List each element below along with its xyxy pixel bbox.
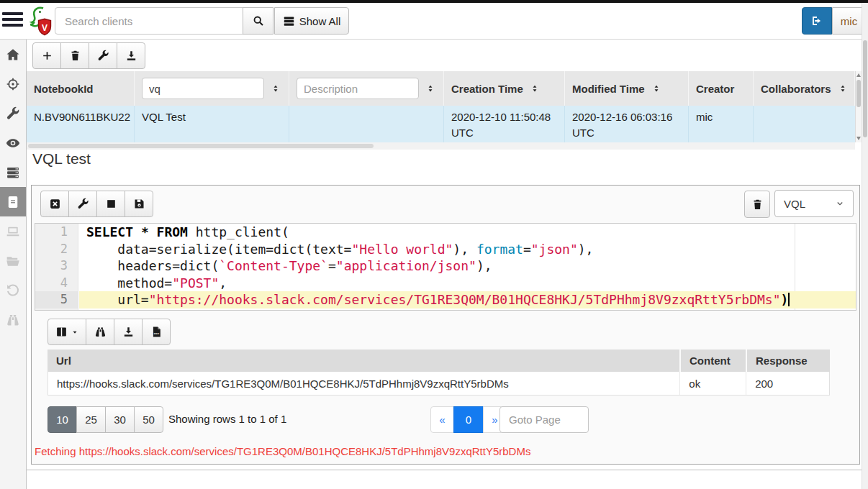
sidebar-item-crosshair[interactable] (0, 69, 26, 99)
code-editor[interactable]: 12345 SELECT * FROM http_client( data=se… (35, 223, 856, 311)
sidebar-item-home[interactable] (0, 40, 26, 69)
hamburger-menu-icon[interactable] (2, 12, 23, 31)
code-line-2[interactable]: data=serialize(item=dict(text="Hello wor… (79, 241, 856, 258)
page-scrollbar[interactable] (862, 3, 868, 489)
history-icon (6, 283, 20, 298)
notebookid-filter-input[interactable] (142, 78, 264, 99)
column-header-creation-time[interactable]: Creation Time (444, 71, 565, 106)
sort-icon[interactable] (530, 83, 540, 93)
sort-icon[interactable] (271, 83, 281, 93)
scrollbar-thumb[interactable] (863, 40, 867, 137)
search-input[interactable] (55, 7, 243, 35)
table-horizontal-scrollbar[interactable] (27, 142, 855, 150)
previous-page-button[interactable]: « (430, 406, 454, 433)
download-icon (122, 326, 135, 338)
results-column-content[interactable]: Content (681, 349, 747, 372)
column-header-modified-time[interactable]: Modified Time (565, 71, 689, 106)
plus-icon (41, 50, 53, 62)
page-size-25-button[interactable]: 25 (76, 406, 106, 433)
cell-type-select[interactable]: VQL (774, 190, 854, 217)
code-line-1[interactable]: SELECT * FROM http_client( (79, 224, 856, 241)
code-line-4[interactable]: method="POST", (79, 275, 856, 292)
cell-creation-time: 2020-12-10 11:50:48 UTC (444, 106, 565, 142)
table-vertical-scrollbar[interactable] (855, 71, 862, 142)
trash-button[interactable] (60, 42, 89, 69)
server-list-icon (283, 15, 295, 27)
notebook-title: VQL test (32, 150, 91, 168)
column-header-collaborators[interactable]: Collaborators (754, 71, 855, 106)
sidebar-item-laptop (0, 216, 26, 246)
scrollbar-thumb[interactable] (856, 80, 861, 107)
csv-icon: csv (150, 326, 163, 338)
results-column-url[interactable]: Url (48, 349, 681, 372)
line-number: 2 (35, 241, 78, 258)
page-size-50-button[interactable]: 50 (134, 406, 163, 433)
stop-icon (105, 198, 117, 210)
sidebar (0, 40, 27, 489)
binoculars-button[interactable] (86, 319, 114, 345)
sort-icon[interactable] (425, 83, 435, 93)
notebooks-table-header: NotebookId Creation Time Modified Time C… (27, 71, 855, 106)
result-cell-content: ok (680, 372, 746, 395)
notebook-table-row[interactable]: N.BV90N611BKU22 VQL Test 2020-12-10 11:5… (27, 106, 855, 142)
cell-notebook-id: N.BV90N611BKU22 (27, 106, 135, 142)
scrollbar-thumb[interactable] (28, 144, 374, 148)
search-icon (252, 14, 265, 27)
notebooks-toolbar (32, 42, 145, 69)
cell-collaborators (754, 106, 855, 142)
chevron-down-icon (836, 199, 844, 208)
cell-toolbar: VQL (32, 186, 859, 223)
code-line-5[interactable]: url="https://hooks.slack.com/services/TG… (79, 291, 856, 309)
cell-description (289, 106, 444, 142)
download-button[interactable] (117, 42, 145, 69)
search-button[interactable] (243, 7, 273, 35)
cell-notebook-name: VQL Test (135, 106, 289, 142)
sidebar-item-wrench[interactable] (0, 99, 26, 128)
wrench-button[interactable] (89, 42, 117, 69)
results-table-row[interactable]: https://hooks.slack.com/services/TG1RE3Q… (48, 372, 830, 396)
delete-cell-button[interactable] (744, 191, 770, 218)
columns-button[interactable] (48, 319, 86, 345)
page-size-30-button[interactable]: 30 (105, 406, 135, 433)
logout-button[interactable] (802, 7, 832, 35)
cell-buttons (40, 191, 153, 217)
code-line-3[interactable]: headers=dict(`Content-Type`="application… (79, 257, 856, 275)
show-all-button[interactable]: Show All (274, 7, 349, 35)
csv-button[interactable]: csv (142, 319, 171, 345)
pagination-summary: Showing rows 1 to 1 of 1 (168, 413, 286, 425)
wrench-button[interactable] (68, 191, 97, 217)
sidebar-item-eye[interactable] (0, 128, 26, 157)
column-header-creator[interactable]: Creator (689, 71, 754, 106)
download-button[interactable] (114, 319, 143, 345)
pager: « 0 » (430, 406, 507, 433)
plus-button[interactable] (32, 42, 61, 69)
crosshair-icon (6, 77, 20, 91)
description-filter-input[interactable] (297, 78, 419, 99)
cell-modified-time: 2020-12-16 06:03:16 UTC (565, 106, 689, 142)
cell-creator: mic (689, 106, 754, 142)
scroll-up-arrow-icon[interactable] (856, 73, 861, 77)
current-page-button[interactable]: 0 (453, 406, 484, 433)
sort-icon[interactable] (651, 83, 661, 93)
results-table-header: Url Content Response (48, 349, 830, 372)
results-toolbar: csv (48, 319, 171, 345)
user-button[interactable]: mic (832, 7, 866, 35)
home-icon (6, 47, 20, 62)
results-table: Url Content Response https://hooks.slack… (48, 349, 830, 396)
close-square-button[interactable] (40, 191, 69, 217)
sidebar-item-server[interactable] (0, 157, 26, 187)
scroll-down-arrow-icon[interactable] (856, 137, 861, 140)
stop-button[interactable] (96, 191, 125, 217)
server-icon (6, 165, 20, 180)
sort-icon[interactable] (838, 83, 848, 93)
sidebar-item-binoculars (0, 305, 26, 334)
sidebar-item-notebook[interactable] (0, 187, 26, 216)
line-number: 1 (35, 224, 78, 241)
column-header-notebookid[interactable]: NotebookId (27, 71, 135, 106)
results-column-response[interactable]: Response (747, 349, 830, 372)
page-size-10-button[interactable]: 10 (48, 406, 77, 433)
goto-page-input[interactable] (499, 406, 589, 433)
save-button[interactable] (125, 191, 153, 217)
notebook-cell: VQL 12345 SELECT * FROM http_client( dat… (31, 185, 860, 465)
wrench-icon (97, 50, 109, 62)
